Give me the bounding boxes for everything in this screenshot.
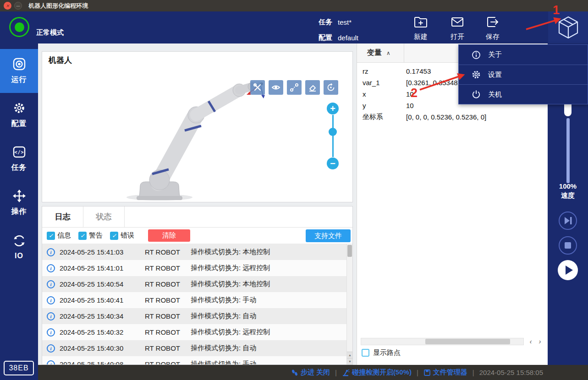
scroll-down-icon[interactable]: ▼ [347,358,352,364]
tools-icon [253,83,262,92]
filter-error-checkbox[interactable]: ✓ 错误 [110,231,134,240]
play-icon [558,260,578,280]
minimize-icon[interactable]: — [14,2,22,10]
robot-panel-title: 机器人 [42,52,352,69]
status-bar: 步进 关闭 | 碰撞检测开启(50%) | 文件管理器 | 2024-05-25… [38,365,588,380]
sidebar-item-io[interactable]: IO [0,225,38,269]
version-badge: 38EB [4,361,34,375]
collapse-caret-icon: ∧ [386,50,390,56]
log-time: 2024-05-25 15:40:54 [60,280,133,288]
log-message: 操作模式切换为: 本地控制 [191,280,352,288]
mode-indicator-dot [15,22,24,32]
sidebar-item-task[interactable]: </> 任务 [0,137,38,181]
speed-slider-track-bottom[interactable] [566,118,570,183]
file-manager-icon [423,369,431,376]
variable-value: [0, 0, 0, 0.5236, 0.5236, 0] [406,113,548,121]
collision-status[interactable]: 碰撞检测开启(50%) [342,368,412,377]
trace-button[interactable] [287,80,302,95]
log-row[interactable]: i 2024-05-25 15:40:08 RT ROBOT 操作模式切换为: … [42,356,352,364]
checkbox-checked-icon: ✓ [47,232,55,240]
zoom-slider-track[interactable] [332,115,334,157]
variable-row[interactable]: 坐标系 [0, 0, 0, 0.5236, 0.5236, 0] [357,111,548,123]
horizontal-scrollbar-thumb[interactable] [425,339,510,344]
info-icon: i [47,248,55,256]
menu-item-settings[interactable]: 设置 [459,65,588,84]
tab-log[interactable]: 日志 [42,206,83,227]
check-glyph: ✓ [49,233,53,239]
log-row[interactable]: i 2024-05-25 15:41:01 RT ROBOT 操作模式切换为: … [42,260,352,276]
scroll-up-icon[interactable]: ▲ [347,352,352,358]
log-time: 2024-05-25 15:40:41 [60,296,133,304]
log-row[interactable]: i 2024-05-25 15:40:54 RT ROBOT 操作模式切换为: … [42,276,352,292]
run-icon [12,57,26,71]
new-button[interactable]: 新建 [408,16,433,41]
visibility-button[interactable] [269,80,283,95]
filter-info-label: 信息 [57,231,71,240]
sidebar-item-config[interactable]: 配置 [0,93,38,137]
mode-indicator-icon [9,17,29,37]
task-config-block: 任务 test* 配置 default [319,16,358,48]
menu-item-shutdown[interactable]: 关机 [459,84,588,104]
stop-icon [560,237,576,254]
open-button-label: 打开 [451,33,464,41]
clear-button[interactable]: 清除 [148,229,190,242]
tools-button[interactable] [250,80,265,95]
sidebar-item-label: 运行 [11,75,27,85]
rotate-button[interactable] [324,80,338,95]
gear-wrench-icon [12,101,26,115]
log-scrollbar[interactable]: ▲ ▼ [346,244,352,364]
log-row[interactable]: i 2024-05-25 15:40:41 RT ROBOT 操作模式切换为: … [42,292,352,308]
info-icon [472,50,481,60]
log-row[interactable]: i 2024-05-25 15:40:32 RT ROBOT 操作模式切换为: … [42,324,352,340]
collision-status-label: 碰撞检测开启(50%) [352,368,412,377]
show-waypoints-checkbox[interactable]: 显示路点 [362,347,401,358]
collision-icon [342,369,350,376]
file-manager-label: 文件管理器 [433,368,467,377]
variable-name: rz [357,67,406,75]
new-button-label: 新建 [414,33,428,41]
status-divider: | [417,369,418,376]
eraser-button[interactable] [305,80,320,95]
app-menu-button[interactable] [548,11,588,43]
config-value: default [338,34,358,42]
log-scrollbar-thumb[interactable] [347,245,352,257]
log-row[interactable]: i 2024-05-25 15:40:34 RT ROBOT 操作模式切换为: … [42,308,352,324]
file-manager-button[interactable]: 文件管理器 [423,368,467,377]
step-forward-button[interactable] [559,212,577,230]
tab-status[interactable]: 状态 [83,206,125,227]
scroll-right-icon[interactable]: › [536,338,544,345]
zoom-in-button[interactable]: + [327,103,339,114]
step-forward-icon [560,212,576,229]
stop-button[interactable] [559,236,577,255]
eye-icon [271,83,280,92]
support-files-button[interactable]: 支持文件 [306,229,351,242]
check-glyph: ✓ [80,233,85,239]
tab-log-label: 日志 [55,212,71,222]
open-envelope-icon [451,16,464,28]
horizontal-scrollbar[interactable] [361,338,524,345]
play-button[interactable] [558,260,578,280]
log-time: 2024-05-25 15:40:32 [60,328,133,336]
speed-percent: 100% [548,182,588,190]
filter-warning-checkbox[interactable]: ✓ 警告 [78,231,103,240]
close-icon[interactable]: ✕ [4,2,11,10]
step-status[interactable]: 步进 关闭 [291,368,330,377]
log-row[interactable]: i 2024-05-25 15:41:03 RT ROBOT 操作模式切换为: … [42,244,352,260]
log-row[interactable]: i 2024-05-25 15:40:30 RT ROBOT 操作模式切换为: … [42,340,352,356]
menu-item-about[interactable]: 关于 [459,45,588,65]
save-button[interactable]: 保存 [480,16,505,41]
zoom-in-glyph: + [330,104,335,113]
log-time: 2024-05-25 15:40:30 [60,344,133,352]
open-button[interactable]: 打开 [445,16,470,41]
sidebar-item-operate[interactable]: 操作 [0,181,38,225]
save-export-icon [486,16,500,28]
log-time: 2024-05-25 15:40:08 [60,360,133,364]
sidebar-item-run[interactable]: 运行 [0,49,38,93]
filter-info-checkbox[interactable]: ✓ 信息 [47,231,71,240]
zoom-slider-handle[interactable] [329,128,337,136]
zoom-out-button[interactable]: − [327,157,339,169]
info-icon: i [47,296,55,304]
menu-item-label: 设置 [488,71,502,79]
scroll-left-icon[interactable]: ‹ [527,338,535,345]
log-time: 2024-05-25 15:41:01 [60,264,133,272]
